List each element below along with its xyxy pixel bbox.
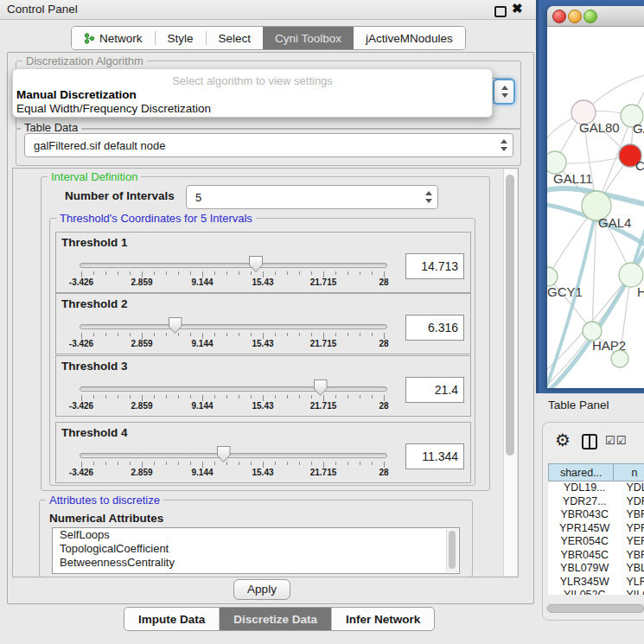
attribute-list-item[interactable]: TopologicalCoefficient xyxy=(53,542,459,556)
gear-icon[interactable]: ⚙ xyxy=(555,430,571,450)
cell-name: YDL1 xyxy=(621,481,644,495)
slider-tick-label: 9.144 xyxy=(191,401,213,411)
apply-button[interactable]: Apply xyxy=(233,579,290,600)
numerical-attributes-list[interactable]: SelfLoopsTopologicalCoefficientBetweenne… xyxy=(52,527,460,574)
tab-infer-network[interactable]: Infer Network xyxy=(332,608,434,630)
node-label: GCY1 xyxy=(547,284,583,299)
split-columns-icon[interactable] xyxy=(582,434,597,450)
tab-discretize-data[interactable]: Discretize Data xyxy=(220,608,332,630)
screen: Control Panel ✖ Network Style Select Cyn… xyxy=(0,0,644,644)
table-row[interactable]: YLR345W YLR3 xyxy=(548,576,644,590)
slider-tick-label: 21.715 xyxy=(310,339,337,348)
cell-shared-name: YLR345W xyxy=(548,576,621,590)
tab-network-label: Network xyxy=(99,32,143,45)
threshold-label: Threshold 3 xyxy=(61,360,128,373)
tab-network[interactable]: Network xyxy=(72,27,155,49)
cell-shared-name: YPR145W xyxy=(548,522,621,536)
checkbox-icons[interactable]: ☑☑ xyxy=(605,434,627,447)
threshold-value-field[interactable]: 14.713 xyxy=(405,253,464,279)
threshold-value-field[interactable]: 11.344 xyxy=(405,443,464,469)
scrollbar-thumb[interactable] xyxy=(506,175,514,456)
slider-tick-label: 15.43 xyxy=(252,468,273,477)
popup-item-equal-width[interactable]: Equal Width/Frequency Discretization xyxy=(16,102,211,115)
attribute-list-item[interactable]: SelfLoops xyxy=(53,528,459,542)
thresholds-group: Threshold 1 -3.4262.8599.14415.4321.7152… xyxy=(49,218,475,486)
slider-tick-label: -3.426 xyxy=(69,468,93,477)
threshold-value-field[interactable]: 6.316 xyxy=(405,315,464,341)
close-traffic-light[interactable] xyxy=(552,10,566,23)
scrollbar-thumb[interactable] xyxy=(449,531,456,569)
slider-tick-label: 21.715 xyxy=(310,401,337,411)
algorithm-combo-spinner[interactable] xyxy=(493,79,515,105)
slider-thumb[interactable] xyxy=(169,317,182,334)
algorithm-placeholder: Select algorithm to view settings xyxy=(13,74,492,87)
table-row[interactable]: YDL19... YDL1 xyxy=(548,481,644,495)
float-window-icon[interactable] xyxy=(494,6,507,17)
tab-jactivemnodules[interactable]: jActiveMNodules xyxy=(354,27,465,49)
popup-item-manual-discretization[interactable]: Manual Discretization xyxy=(16,88,137,101)
top-tabbar: Network Style Select Cyni Toolbox jActiv… xyxy=(71,26,466,50)
network-icon xyxy=(84,33,95,44)
cell-name: YIL0 xyxy=(621,589,644,595)
table-row[interactable]: YBL079W YBL0 xyxy=(548,562,644,576)
slider-tick-label: 2.859 xyxy=(131,468,152,477)
tab-cyni-toolbox[interactable]: Cyni Toolbox xyxy=(263,27,354,49)
cell-shared-name: YBL079W xyxy=(548,562,621,576)
horizontal-scrollbar[interactable] xyxy=(545,603,644,612)
cell-shared-name: YIL052C xyxy=(548,589,621,595)
network-node[interactable] xyxy=(547,267,558,286)
cell-shared-name: YDR27... xyxy=(548,495,621,509)
slider-tick-label: 15.43 xyxy=(252,277,273,287)
slider-tick-label: 28 xyxy=(379,339,388,348)
node-label: GAL80 xyxy=(579,120,620,135)
bottom-tabbar: Impute Data Discretize Data Infer Networ… xyxy=(124,607,435,631)
table-row[interactable]: YER054C YER0 xyxy=(548,535,644,549)
slider-tick-label: 21.715 xyxy=(310,468,337,477)
cell-name: YLR3 xyxy=(621,576,644,590)
control-panel-titlebar: Control Panel ✖ xyxy=(0,0,536,20)
slider-thumb[interactable] xyxy=(314,379,328,396)
close-icon[interactable]: ✖ xyxy=(512,1,523,16)
network-window-titlebar[interactable] xyxy=(547,6,644,27)
list-scrollbar[interactable] xyxy=(446,529,458,572)
threshold-panel: Threshold 3 -3.4262.8599.14415.4321.7152… xyxy=(55,355,471,417)
number-of-intervals-combo[interactable]: 5 xyxy=(186,185,438,209)
node-label: C xyxy=(635,158,644,173)
network-canvas[interactable]: GAL80GACGAL11GAL4GCY1HHAP2 xyxy=(547,27,644,388)
table-rows: YDL19... YDL1YDR27... YDR2YBR043C YBR0YP… xyxy=(548,481,644,595)
scrollbar-thumb[interactable] xyxy=(547,604,644,613)
tab-impute-data[interactable]: Impute Data xyxy=(124,608,220,630)
table-row[interactable]: YPR145W YPR1 xyxy=(548,522,644,536)
table-header-row: shared...n xyxy=(548,463,644,481)
zoom-traffic-light[interactable] xyxy=(583,10,597,23)
threshold-slider-track[interactable] xyxy=(80,263,387,268)
threshold-slider-track[interactable] xyxy=(80,324,387,329)
slider-thumb[interactable] xyxy=(249,256,263,272)
vertical-scrollbar[interactable] xyxy=(503,169,517,576)
algorithm-popup: Select algorithm to view settings Manual… xyxy=(12,68,493,118)
table-row[interactable]: YBR045C YBR0 xyxy=(548,549,644,563)
threshold-value-field[interactable]: 21.4 xyxy=(405,377,464,403)
network-node[interactable] xyxy=(611,350,628,367)
table-row[interactable]: YBR043C YBR0 xyxy=(548,508,644,522)
column-header[interactable]: n xyxy=(614,463,644,481)
column-header[interactable]: shared... xyxy=(548,463,614,481)
attribute-list-item[interactable]: BetweennessCentrality xyxy=(53,556,459,570)
cell-name: YDR2 xyxy=(621,495,644,509)
network-node[interactable] xyxy=(619,263,643,287)
cell-name: YBR0 xyxy=(621,508,644,522)
network-view-window[interactable]: GAL80GACGAL11GAL4GCY1HHAP2 xyxy=(547,6,644,388)
threshold-label: Threshold 1 xyxy=(61,236,128,249)
threshold-slider-track[interactable] xyxy=(80,386,387,392)
interval-definition-title: Interval Definition xyxy=(48,170,141,183)
combo-spinner-icon xyxy=(498,137,509,153)
tab-select[interactable]: Select xyxy=(207,27,264,49)
table-data-combo[interactable]: galFiltered.sif default node xyxy=(24,133,513,157)
table-row[interactable]: YIL052C YIL0 xyxy=(548,589,644,595)
minimize-traffic-light[interactable] xyxy=(568,10,582,23)
threshold-slider-track[interactable] xyxy=(80,453,387,458)
table-row[interactable]: YDR27... YDR2 xyxy=(548,495,644,509)
tab-style[interactable]: Style xyxy=(156,27,206,49)
cell-name: YBL0 xyxy=(621,562,644,576)
slider-thumb[interactable] xyxy=(217,446,231,462)
